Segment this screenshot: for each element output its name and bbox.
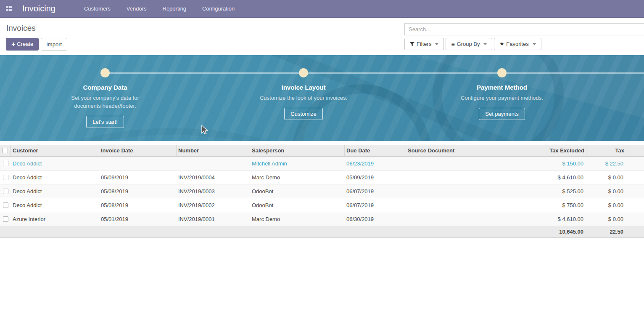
- nav-item-configuration[interactable]: Configuration: [197, 3, 240, 14]
- step-dot: [100, 68, 110, 77]
- nav-item-vendors[interactable]: Vendors: [121, 3, 152, 14]
- table-row[interactable]: Deco Addict 05/08/2019 INV/2019/0002 Odo…: [0, 198, 644, 212]
- cell-customer: Deco Addict: [11, 160, 99, 167]
- header-salesperson[interactable]: Salesperson: [250, 145, 345, 156]
- cell-tax-excluded: $ 525.00: [513, 188, 586, 194]
- cell-salesperson: Marc Demo: [250, 216, 345, 222]
- step-description: Customize the look of your invoices.: [256, 94, 351, 102]
- caret-down-icon: [483, 43, 487, 45]
- nav-item-reporting[interactable]: Reporting: [158, 3, 191, 14]
- cell-due-date: 05/09/2019: [345, 174, 406, 181]
- apps-grid-icon[interactable]: [6, 6, 12, 11]
- caret-down-icon: [435, 43, 438, 45]
- nav-item-customers[interactable]: Customers: [79, 3, 116, 14]
- step-description: Set your company's data for documents he…: [58, 94, 152, 110]
- cell-customer: Deco Addict: [11, 188, 99, 194]
- row-checkbox[interactable]: [3, 161, 8, 166]
- row-checkbox[interactable]: [3, 202, 8, 208]
- cell-invoice-date: 05/08/2019: [99, 188, 177, 194]
- favorites-button-label: Favorites: [506, 40, 528, 48]
- table-row[interactable]: Deco Addict Mitchell Admin 06/23/2019 $ …: [0, 157, 644, 170]
- filters-button-label: Filters: [417, 40, 431, 48]
- cell-customer: Azure Interior: [11, 216, 99, 222]
- cell-tax: $ 0.00: [586, 216, 626, 222]
- step-title: Payment Method: [439, 84, 565, 91]
- header-number[interactable]: Number: [177, 145, 250, 156]
- import-button[interactable]: Import: [41, 38, 67, 51]
- invoice-list: Customer Invoice Date Number Salesperson…: [0, 145, 644, 238]
- row-checkbox[interactable]: [3, 216, 8, 222]
- cell-tax-excluded: $ 750.00: [513, 202, 586, 208]
- cell-invoice-date: 05/08/2019: [99, 202, 177, 208]
- cell-customer: Deco Addict: [11, 202, 99, 208]
- cell-tax: $ 0.00: [586, 202, 626, 208]
- header-customer[interactable]: Customer: [11, 145, 99, 156]
- cell-tax-excluded: $ 4,610.00: [513, 216, 586, 222]
- header-due-date[interactable]: Due Date: [345, 145, 406, 156]
- onboarding-banner: Company Data Set your company's data for…: [0, 55, 644, 141]
- cell-due-date: 06/23/2019: [345, 160, 406, 167]
- row-checkbox[interactable]: [3, 189, 8, 194]
- group-by-button-label: Group By: [457, 40, 480, 48]
- select-all-checkbox-cell: [0, 145, 11, 156]
- cell-due-date: 06/07/2019: [345, 188, 406, 194]
- app-name[interactable]: Invoicing: [22, 4, 55, 13]
- step-title: Invoice Layout: [240, 84, 367, 91]
- cell-tax: $ 0.00: [586, 174, 626, 181]
- caret-down-icon: [533, 43, 536, 45]
- cell-tax-excluded: $ 150.00: [513, 160, 586, 167]
- row-checkbox[interactable]: [3, 175, 8, 180]
- header-tax[interactable]: Tax: [586, 145, 626, 156]
- cell-salesperson: OdooBot: [250, 202, 345, 208]
- cell-salesperson: Mitchell Admin: [250, 160, 345, 167]
- cell-number: INV/2019/0001: [177, 216, 250, 222]
- group-by-icon: ≡: [451, 42, 454, 46]
- cell-tax: $ 0.00: [586, 188, 626, 194]
- step-title: Company Data: [42, 84, 168, 91]
- create-button-label: Create: [17, 41, 33, 47]
- cell-due-date: 06/30/2019: [345, 216, 406, 222]
- header-source-document[interactable]: Source Document: [406, 145, 513, 156]
- table-row[interactable]: Deco Addict 05/08/2019 INV/2019/0003 Odo…: [0, 184, 644, 198]
- step-dot: [497, 68, 507, 77]
- cell-invoice-date: 05/01/2019: [99, 216, 177, 222]
- page-title: Invoices: [6, 24, 36, 33]
- group-by-button[interactable]: ≡ Group By: [446, 38, 492, 50]
- cell-number: INV/2019/0004: [177, 174, 250, 181]
- footer-tax-excluded-total: 10,645.00: [513, 229, 586, 235]
- cell-invoice-date: 05/09/2019: [99, 174, 177, 181]
- header-extra-column: [626, 145, 644, 156]
- table-header-row: Customer Invoice Date Number Salesperson…: [0, 145, 644, 157]
- filters-button[interactable]: Filters: [404, 38, 444, 50]
- onboarding-progress-line: [105, 72, 644, 74]
- favorites-button[interactable]: ★ Favorites: [494, 38, 541, 50]
- table-footer-row: 10,645.00 22.50: [0, 226, 644, 238]
- header-tax-excluded[interactable]: Tax Excluded: [513, 145, 586, 156]
- nav-menu: Customers Vendors Reporting Configuratio…: [79, 3, 240, 14]
- table-row[interactable]: Azure Interior 05/01/2019 INV/2019/0001 …: [0, 212, 644, 226]
- favorites-star-icon: ★: [499, 40, 504, 48]
- step-description: Configure your payment methods.: [455, 94, 549, 102]
- import-button-label: Import: [46, 41, 62, 48]
- set-payments-button[interactable]: Set payments: [479, 108, 525, 120]
- onboarding-step-payment-method: Payment Method Configure your payment me…: [439, 84, 565, 120]
- search-input[interactable]: [404, 23, 644, 35]
- cell-number: INV/2019/0002: [177, 202, 250, 208]
- create-button[interactable]: ✚Create: [6, 38, 39, 51]
- cell-due-date: 06/07/2019: [345, 202, 406, 208]
- cell-customer: Deco Addict: [11, 174, 99, 181]
- cell-number: INV/2019/0003: [177, 188, 250, 194]
- lets-start-button[interactable]: Let's start!: [86, 116, 124, 128]
- header-invoice-date[interactable]: Invoice Date: [99, 145, 177, 156]
- step-dot: [299, 68, 308, 77]
- filter-funnel-icon: [410, 42, 414, 46]
- cell-salesperson: OdooBot: [250, 188, 345, 194]
- onboarding-step-invoice-layout: Invoice Layout Customize the look of you…: [240, 84, 367, 120]
- select-all-checkbox[interactable]: [3, 148, 8, 153]
- customize-button[interactable]: Customize: [284, 108, 322, 120]
- cell-salesperson: Marc Demo: [250, 174, 345, 181]
- table-row[interactable]: Deco Addict 05/09/2019 INV/2019/0004 Mar…: [0, 170, 644, 184]
- plus-icon: ✚: [11, 42, 15, 47]
- control-panel: Invoices ✚Create Import Filters ≡ Group …: [0, 18, 644, 55]
- top-navbar: Invoicing Customers Vendors Reporting Co…: [0, 0, 644, 18]
